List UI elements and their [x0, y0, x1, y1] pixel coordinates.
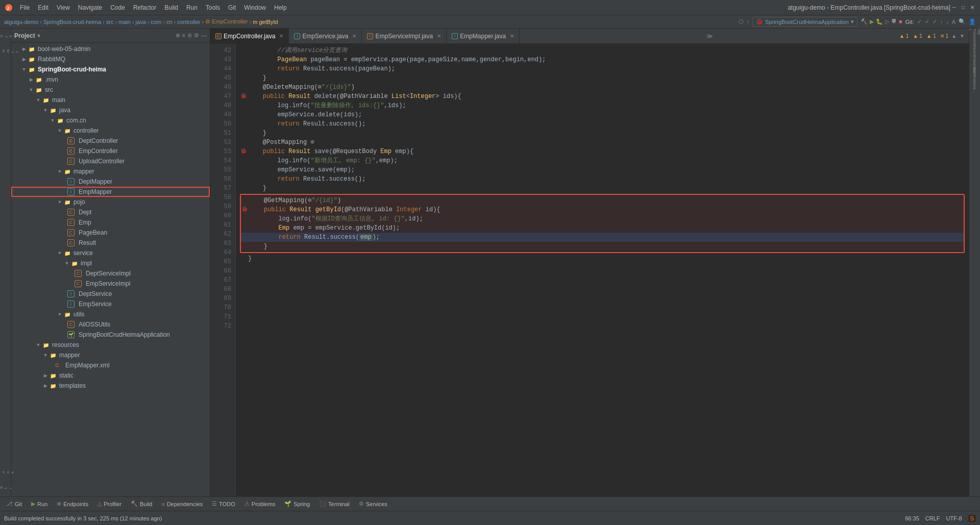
- project-dropdown[interactable]: ▾: [37, 32, 40, 39]
- tree-item-springbootapp[interactable]: 🌱 SpringBootCrudHeimaApplication: [11, 330, 210, 340]
- tree-item-pagebean[interactable]: C PageBean: [11, 228, 210, 238]
- menu-code[interactable]: Code: [107, 3, 129, 12]
- run-config-selector[interactable]: 🐞 SpringBootCrudHeimaApplication ▾: [752, 17, 857, 27]
- tree-item-deptservice[interactable]: I DeptService: [11, 289, 210, 299]
- nav-forward[interactable]: ↑: [747, 19, 750, 25]
- tab-close-empservice[interactable]: ✕: [352, 33, 356, 39]
- breadcrumb-module[interactable]: SpringBoot-crud-heima: [43, 19, 101, 25]
- menu-window[interactable]: Window: [240, 3, 270, 12]
- menu-view[interactable]: View: [53, 3, 74, 12]
- tree-item-springboot-crud[interactable]: ▼ 📁 SpringBoot-crud-heima: [11, 64, 210, 74]
- project-collapse-btn[interactable]: ≡: [182, 32, 185, 39]
- tab-empservice[interactable]: I EmpService.java ✕: [289, 29, 362, 44]
- breadcrumb-controller[interactable]: controller: [177, 19, 200, 25]
- run-btn[interactable]: ▶: [870, 18, 874, 25]
- tree-item-templates[interactable]: ▶ 📁 templates: [11, 381, 210, 391]
- menu-git[interactable]: Git: [225, 3, 239, 12]
- tree-item-pojo[interactable]: ▼ 📁 pojo: [11, 197, 210, 207]
- tree-item-mvn[interactable]: ▶ 📁 .mvn: [11, 74, 210, 85]
- project-settings-btn[interactable]: ⚙: [194, 32, 199, 39]
- key-promoter-sidebar-btn[interactable]: Key Promoter X: [970, 31, 980, 41]
- menu-refactor[interactable]: Refactor: [130, 3, 160, 12]
- tree-item-resources-folder[interactable]: ▼ 📁 resources: [11, 340, 210, 350]
- git-check[interactable]: ✓: [917, 18, 922, 25]
- menu-help[interactable]: Help: [271, 3, 290, 12]
- tree-item-empmapper-xml[interactable]: 🗋 EmpMapper.xml: [11, 360, 210, 370]
- maven-sidebar-btn[interactable]: Maven: [970, 45, 980, 55]
- bottom-tab-spring[interactable]: 🌱 Spring: [280, 498, 314, 510]
- bottom-tab-problems[interactable]: ⚠ Problems: [240, 498, 279, 510]
- breadcrumb-main[interactable]: main: [118, 19, 131, 25]
- tree-item-src[interactable]: ▼ 📁 src: [11, 85, 210, 95]
- bookmarks-sidebar-btn[interactable]: Book: [1, 467, 11, 477]
- translate-btn[interactable]: A: [952, 19, 955, 25]
- tree-item-utils-folder[interactable]: ▼ 📁 utils: [11, 309, 210, 319]
- close-button[interactable]: ✕: [969, 4, 976, 11]
- nav-back[interactable]: ⬡: [739, 18, 744, 25]
- scroll-up-btn[interactable]: ▲: [951, 33, 957, 39]
- git-update[interactable]: ↑: [940, 19, 943, 25]
- tab-close-empserviceimpl[interactable]: ✕: [437, 33, 441, 39]
- tab-close-empmapper[interactable]: ✕: [510, 33, 514, 39]
- bottom-tab-endpoints[interactable]: ⊕ Endpoints: [53, 498, 92, 510]
- tree-item-emp[interactable]: C Emp: [11, 217, 210, 228]
- tree-item-static[interactable]: ▶ 📁 static: [11, 370, 210, 381]
- tree-item-aliossutils[interactable]: C AliOSSUtils: [11, 319, 210, 330]
- tree-item-mapper-folder[interactable]: ▼ 📁 mapper: [11, 166, 210, 177]
- tree-item-boot-web[interactable]: ▶ 📁 boot-web-05-admin: [11, 44, 210, 54]
- breadcrumb-cn[interactable]: cn: [166, 19, 173, 25]
- tree-item-java[interactable]: ▼ 📁 java: [11, 105, 210, 115]
- stop-btn[interactable]: ■: [899, 18, 902, 25]
- tree-item-controller[interactable]: ▼ 📁 controller: [11, 126, 210, 136]
- menu-file[interactable]: File: [16, 3, 33, 12]
- tab-empserviceimpl[interactable]: C EmpServiceImpl.java ✕: [362, 29, 447, 44]
- bottom-tab-services[interactable]: ⚙ Services: [355, 498, 391, 510]
- breadcrumb-project[interactable]: atguigu-demo: [4, 19, 38, 25]
- menu-run[interactable]: Run: [183, 3, 201, 12]
- search-btn[interactable]: 🔍: [959, 18, 966, 25]
- encoding[interactable]: UTF-8: [946, 515, 962, 521]
- breadcrumb-src[interactable]: src: [106, 19, 114, 25]
- project-locate-btn[interactable]: ⊕: [176, 32, 180, 39]
- tree-item-empservice[interactable]: I EmpService: [11, 299, 210, 309]
- bottom-tab-dependencies[interactable]: ≡ Dependencies: [158, 498, 207, 510]
- bottom-tab-build[interactable]: 🔨 Build: [127, 498, 156, 510]
- tree-item-service-folder[interactable]: ▼ 📁 service: [11, 248, 210, 258]
- user-btn[interactable]: 👤: [969, 18, 976, 25]
- line-ending[interactable]: CRLF: [925, 515, 940, 521]
- tab-more-btn[interactable]: ≫: [702, 33, 717, 40]
- git-push[interactable]: ↓: [946, 19, 949, 25]
- tree-item-dept[interactable]: C Dept: [11, 207, 210, 217]
- git-check2[interactable]: ✓: [925, 18, 929, 25]
- scroll-down-btn[interactable]: ▼: [960, 33, 965, 39]
- tree-item-comcn[interactable]: ▼ 📁 com.cn: [11, 115, 210, 126]
- cursor-position[interactable]: 66:35: [905, 515, 919, 521]
- menu-build[interactable]: Build: [161, 3, 182, 12]
- project-sidebar-btn[interactable]: Project: [1, 31, 11, 41]
- tree-item-mapper-res-folder[interactable]: ▼ 📁 mapper: [11, 350, 210, 360]
- tree-item-deptcontroller[interactable]: C DeptController: [11, 136, 210, 146]
- tab-empmapper[interactable]: I EmpMapper.java ✕: [447, 29, 520, 44]
- menu-navigate[interactable]: Navigate: [75, 3, 106, 12]
- debug-btn[interactable]: 🐛: [876, 18, 883, 25]
- bottom-tab-git[interactable]: ⎇ Git: [2, 498, 26, 510]
- tree-item-rabbitmq[interactable]: ▶ 📁 RabbitMQ: [11, 54, 210, 64]
- maximize-button[interactable]: □: [960, 4, 967, 11]
- bottom-tab-todo[interactable]: ☰ TODO: [208, 498, 239, 510]
- git-check3[interactable]: ✓: [933, 18, 937, 25]
- breadcrumb-java[interactable]: java: [136, 19, 146, 25]
- tree-item-result[interactable]: C Result: [11, 238, 210, 248]
- minimize-button[interactable]: ─: [950, 4, 958, 11]
- code-content[interactable]: //调用service分页查询 PageBean pageBean = empS…: [236, 44, 969, 496]
- tree-item-empcontroller[interactable]: C EmpController: [11, 146, 210, 156]
- bottom-tab-profiler[interactable]: △ Profiler: [93, 498, 126, 510]
- tab-empcontroller[interactable]: C EmpController.java ✕: [210, 29, 289, 44]
- tree-item-impl-folder[interactable]: ▼ 📁 impl: [11, 258, 210, 268]
- breadcrumb-empcontroller[interactable]: ⚙ EmpController: [205, 18, 248, 25]
- breadcrumb-com[interactable]: com: [151, 19, 161, 25]
- structure-sidebar-btn[interactable]: Str: [1, 482, 11, 492]
- bottom-tab-run[interactable]: ▶ Run: [27, 498, 52, 510]
- project-sort-btn[interactable]: ⊜: [187, 32, 192, 39]
- project-minimize-btn[interactable]: —: [201, 32, 207, 39]
- coverage-btn[interactable]: ⛊: [891, 18, 897, 25]
